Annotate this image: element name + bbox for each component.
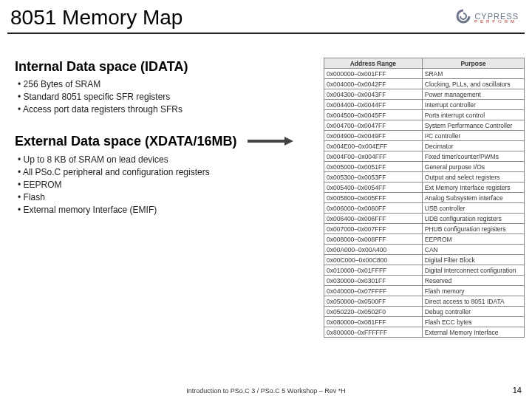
purpose-cell: Power management (422, 89, 524, 100)
purpose-cell: CAN (422, 245, 524, 255)
memory-map-table-wrap: Address Range Purpose 0x000000–0x001FFFS… (324, 58, 525, 338)
address-cell: 0x800000–0xFFFFFF (324, 327, 423, 338)
table-row: 0x008000–0x008FFFEEPROM (324, 234, 525, 245)
address-cell: 0x007000–0x007FFF (324, 224, 423, 234)
page-number: 14 (513, 386, 522, 395)
table-row: 0x005800–0x005FFFAnalog Subsystem interf… (324, 193, 525, 203)
purpose-cell: General purpose I/Os (422, 162, 524, 172)
table-row: 0x004F00–0x004FFFFixed timer/counter/PWM… (324, 151, 525, 162)
purpose-cell: Interrupt controller (422, 100, 524, 110)
table-row: 0x006000–0x0060FFUSB controller (324, 203, 525, 214)
table-row: 0x005400–0x0054FFExt Memory Interface re… (324, 183, 525, 193)
svg-marker-1 (284, 137, 293, 146)
address-cell: 0x004900–0x0049FF (324, 131, 423, 141)
purpose-cell: PHUB configuration registers (422, 224, 524, 234)
table-row: 0x030000–0x0301FFReserved (324, 276, 525, 286)
address-cell: 0x040000–0x07FFFF (324, 286, 423, 296)
table-row: 0x050220–0x0502F0Debug controller (324, 307, 525, 317)
address-cell: 0x004400–0x0044FF (324, 100, 423, 110)
table-row: 0x004000–0x0042FFClocking, PLLs, and osc… (324, 79, 525, 89)
address-cell: 0x008000–0x008FFF (324, 234, 423, 245)
address-cell: 0x004500–0x0045FF (324, 110, 423, 120)
table-row: 0x010000–0x01FFFFDigital Interconnect co… (324, 265, 525, 276)
address-cell: 0x004000–0x0042FF (324, 79, 423, 89)
purpose-cell: Ext Memory Interface registers (422, 183, 524, 193)
purpose-cell: System Performance Controller (422, 120, 524, 131)
address-cell: 0x050000–0x0500FF (324, 296, 423, 307)
purpose-cell: I²C controller (422, 131, 524, 141)
table-row: 0x004E00–0x004EFFDecimator (324, 141, 525, 151)
purpose-cell: Output and select registers (422, 172, 524, 183)
purpose-cell: Decimator (422, 141, 524, 151)
table-row: 0x00A000–0x00A400CAN (324, 245, 525, 255)
purpose-cell: Digital Filter Block (422, 255, 524, 265)
address-cell: 0x005400–0x0054FF (324, 183, 423, 193)
purpose-cell: Flash memory (422, 286, 524, 296)
purpose-cell: Flash ECC bytes (422, 317, 524, 327)
purpose-cell: Analog Subsystem interface (422, 193, 524, 203)
table-header-address: Address Range (324, 58, 423, 69)
table-header-purpose: Purpose (422, 58, 524, 69)
purpose-cell: SRAM (422, 69, 524, 79)
address-cell: 0x004300–0x0043FF (324, 89, 423, 100)
address-cell: 0x030000–0x0301FF (324, 276, 423, 286)
address-cell: 0x050220–0x0502F0 (324, 307, 423, 317)
purpose-cell: Ports interrupt control (422, 110, 524, 120)
address-cell: 0x010000–0x01FFFF (324, 265, 423, 276)
table-row: 0x004500–0x0045FFPorts interrupt control (324, 110, 525, 120)
table-row: 0x050000–0x0500FFDirect access to 8051 I… (324, 296, 525, 307)
brand-logo: CYPRESS PERFORM (455, 9, 519, 24)
address-cell: 0x005300–0x0053FF (324, 172, 423, 183)
table-row: 0x004300–0x0043FFPower management (324, 89, 525, 100)
table-row: 0x00C000–0x00C800Digital Filter Block (324, 255, 525, 265)
purpose-cell: Debug controller (422, 307, 524, 317)
purpose-cell: UDB configuration registers (422, 214, 524, 224)
memory-map-table: Address Range Purpose 0x000000–0x001FFFS… (324, 58, 525, 338)
purpose-cell: Reserved (422, 276, 524, 286)
page-title: 8051 Memory Map (0, 0, 532, 33)
section2-heading-text: External Data space (XDATA/16MB) (15, 134, 236, 149)
purpose-cell: EEPROM (422, 234, 524, 245)
table-row: 0x004400–0x0044FFInterrupt controller (324, 100, 525, 110)
purpose-cell: Clocking, PLLs, and oscillators (422, 79, 524, 89)
footer-text: Introduction to PSo.C 3 / PSo.C 5 Worksh… (0, 387, 532, 395)
address-cell: 0x004700–0x0047FF (324, 120, 423, 131)
address-cell: 0x004F00–0x004FFF (324, 151, 423, 162)
address-cell: 0x005800–0x005FFF (324, 193, 423, 203)
purpose-cell: Direct access to 8051 IDATA (422, 296, 524, 307)
title-divider (7, 33, 525, 34)
table-row: 0x007000–0x007FFFPHUB configuration regi… (324, 224, 525, 234)
purpose-cell: Digital Interconnect configuration (422, 265, 524, 276)
address-cell: 0x006400–0x006FFF (324, 214, 423, 224)
address-cell: 0x006000–0x0060FF (324, 203, 423, 214)
address-cell: 0x004E00–0x004EFF (324, 141, 423, 151)
table-row: 0x800000–0xFFFFFFExternal Memory Interfa… (324, 327, 525, 338)
address-cell: 0x005000–0x0051FF (324, 162, 423, 172)
table-row: 0x004700–0x0047FFSystem Performance Cont… (324, 120, 525, 131)
table-row: 0x080000–0x081FFFFlash ECC bytes (324, 317, 525, 327)
purpose-cell: Fixed timer/counter/PWMs (422, 151, 524, 162)
table-row: 0x004900–0x0049FFI²C controller (324, 131, 525, 141)
table-row: 0x005000–0x0051FFGeneral purpose I/Os (324, 162, 525, 172)
address-cell: 0x00A000–0x00A400 (324, 245, 423, 255)
table-row: 0x040000–0x07FFFFFlash memory (324, 286, 525, 296)
table-row: 0x006400–0x006FFFUDB configuration regis… (324, 214, 525, 224)
arrow-right-icon (248, 134, 293, 150)
table-row: 0x000000–0x001FFFSRAM (324, 69, 525, 79)
purpose-cell: External Memory Interface (422, 327, 524, 338)
logo-subtext: PERFORM (474, 19, 517, 24)
purpose-cell: USB controller (422, 203, 524, 214)
table-row: 0x005300–0x0053FFOutput and select regis… (324, 172, 525, 183)
address-cell: 0x00C000–0x00C800 (324, 255, 423, 265)
address-cell: 0x000000–0x001FFF (324, 69, 423, 79)
address-cell: 0x080000–0x081FFF (324, 317, 423, 327)
